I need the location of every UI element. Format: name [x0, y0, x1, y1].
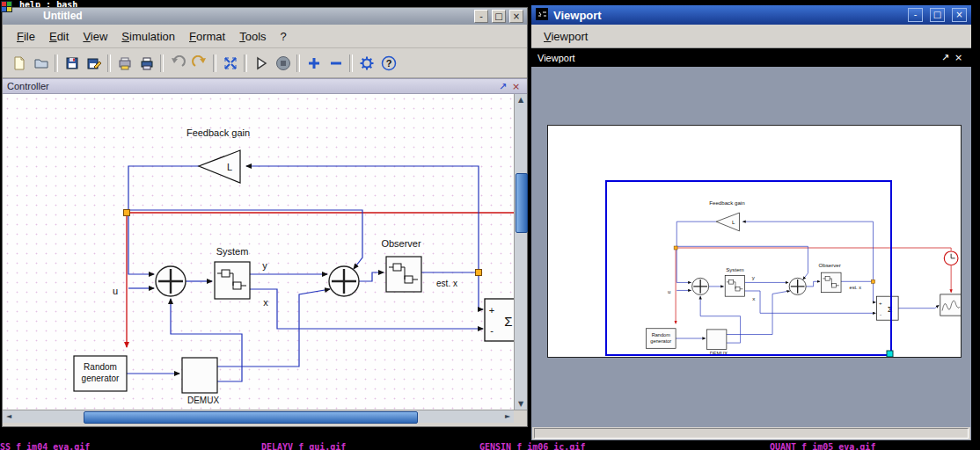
x-label: x	[263, 297, 268, 308]
horizontal-scroll-thumb[interactable]	[84, 411, 418, 424]
settings-icon[interactable]	[355, 52, 377, 75]
close-button[interactable]: ×	[952, 8, 967, 22]
minimize-button[interactable]: -	[474, 10, 488, 23]
menu-file[interactable]: File	[10, 27, 42, 46]
diagram-svg: L Feedback gain System	[3, 94, 514, 410]
zoom-in-icon[interactable]	[303, 52, 325, 75]
block-feedback-gain[interactable]: L	[199, 150, 240, 183]
menu-edit[interactable]: Edit	[42, 27, 76, 46]
link-demux-to-sum2[interactable]	[217, 289, 330, 367]
menu-view[interactable]: View	[76, 27, 114, 46]
close-panel-icon[interactable]: ×	[952, 52, 965, 63]
minimize-button[interactable]: -	[908, 8, 923, 22]
horizontal-scrollbar[interactable]: ◄ ►	[3, 410, 514, 423]
toolbar-separator	[160, 54, 164, 72]
panel-title: Viewport	[538, 53, 939, 63]
viewport-app-icon	[536, 8, 548, 23]
svg-text:Random: Random	[84, 362, 117, 372]
scroll-up-arrow[interactable]: ▲	[515, 94, 527, 105]
scroll-left-arrow[interactable]: ◄	[3, 410, 15, 423]
viewport-statusbar	[532, 427, 970, 439]
block-sum1[interactable]	[156, 266, 186, 296]
vertical-scroll-thumb[interactable]	[516, 173, 528, 233]
menu-viewport[interactable]: Viewport	[537, 27, 595, 46]
menu-tools[interactable]: Tools	[232, 27, 273, 46]
menu-simulation[interactable]: Simulation	[114, 27, 182, 46]
viewport-titlebar[interactable]: Viewport - □ ×	[531, 5, 971, 25]
scrollbar-corner	[514, 410, 527, 423]
feedback-gain-label: Feedback gain	[186, 127, 250, 138]
terminal-file-entry: GENSIN_f_im06_ic.gif	[479, 442, 585, 450]
undo-icon[interactable]	[166, 52, 188, 75]
svg-text:L: L	[227, 162, 232, 172]
observer-label: Observer	[381, 238, 421, 249]
controller-panel-header[interactable]: Controller ↗ ×	[3, 78, 527, 94]
block-sum2[interactable]	[329, 266, 359, 296]
editor-menubar: File Edit View Simulation Format Tools ?	[3, 25, 527, 48]
block-demux[interactable]	[182, 358, 217, 393]
y-label: y	[262, 260, 267, 271]
stop-icon[interactable]	[272, 52, 294, 75]
est-x-label: est. x	[436, 279, 457, 288]
svg-text:?: ?	[385, 58, 391, 69]
redo-icon[interactable]	[188, 52, 210, 75]
link-x-to-sigma[interactable]	[250, 289, 483, 329]
toolbar-separator	[107, 54, 111, 72]
close-panel-icon[interactable]: ×	[509, 81, 523, 92]
viewport-menubar: Viewport	[531, 25, 971, 48]
panel-title: Controller	[7, 81, 496, 91]
editor-window: Untitled - □ × File Edit View Simulation…	[2, 7, 528, 427]
menu-format[interactable]: Format	[182, 27, 232, 46]
toolbar-separator	[244, 54, 247, 72]
save-as-icon[interactable]	[83, 52, 105, 75]
link-u-to-sum2[interactable]	[128, 210, 362, 269]
svg-text:+: +	[489, 305, 494, 316]
link-handle[interactable]	[124, 210, 130, 216]
help-icon[interactable]: ?	[377, 52, 399, 75]
svg-text:Σ: Σ	[504, 314, 512, 329]
zoom-out-icon[interactable]	[325, 52, 347, 75]
editor-titlebar[interactable]: Untitled - □ ×	[3, 8, 527, 25]
u-label: u	[113, 286, 118, 296]
terminal-file-entry: DELAYV_f_gui.gif	[261, 442, 346, 450]
viewport-canvas[interactable]	[547, 125, 962, 358]
block-observer[interactable]	[386, 257, 421, 292]
resize-handle[interactable]	[887, 351, 893, 357]
viewport-window: Viewport - □ × Viewport Viewport ↗ ×	[530, 4, 972, 441]
toolbar-separator	[349, 54, 353, 72]
maximize-button[interactable]: □	[492, 10, 506, 23]
block-system[interactable]	[215, 262, 250, 299]
svg-text:-: -	[490, 325, 494, 336]
print-preview-icon[interactable]	[113, 52, 135, 75]
link-handle[interactable]	[476, 270, 482, 276]
new-icon[interactable]	[8, 52, 30, 75]
link-sum2-to-observer[interactable]	[359, 272, 384, 281]
detach-panel-icon[interactable]: ↗	[496, 81, 509, 92]
viewport-mini-diagram	[646, 200, 961, 356]
link-estx-to-sigma[interactable]	[479, 272, 483, 309]
scroll-right-arrow[interactable]: ►	[501, 410, 514, 423]
diagram-canvas[interactable]: L Feedback gain System	[3, 94, 514, 410]
menu-help[interactable]: ?	[274, 27, 294, 46]
maximize-button[interactable]: □	[930, 8, 945, 22]
block-error-sum[interactable]: + - Σ	[485, 299, 514, 341]
vertical-scrollbar[interactable]: ▲ ▼	[514, 94, 527, 410]
toolbar-separator	[55, 54, 58, 72]
terminal-file-entry: SS_f_im04_eva.gif	[0, 442, 90, 450]
terminal-file-entry: QUANT_f_im05_eva.gif	[770, 442, 875, 450]
detach-panel-icon[interactable]: ↗	[939, 52, 952, 63]
save-icon[interactable]	[61, 52, 83, 75]
print-icon[interactable]	[135, 52, 157, 75]
fit-view-icon[interactable]	[219, 52, 241, 75]
link-gain-out[interactable]	[128, 166, 199, 274]
scroll-down-arrow[interactable]: ▼	[515, 398, 527, 410]
viewport-window-title: Viewport	[553, 9, 901, 22]
svg-text:generator: generator	[82, 374, 120, 383]
editor-window-title: Untitled	[43, 10, 83, 22]
viewport-panel-header[interactable]: Viewport ↗ ×	[531, 48, 971, 67]
viewport-mini-svg	[548, 126, 961, 357]
block-random-generator[interactable]: Random generator	[74, 356, 127, 391]
open-icon[interactable]	[30, 52, 52, 75]
close-button[interactable]: ×	[509, 10, 523, 23]
play-icon[interactable]	[250, 52, 272, 75]
